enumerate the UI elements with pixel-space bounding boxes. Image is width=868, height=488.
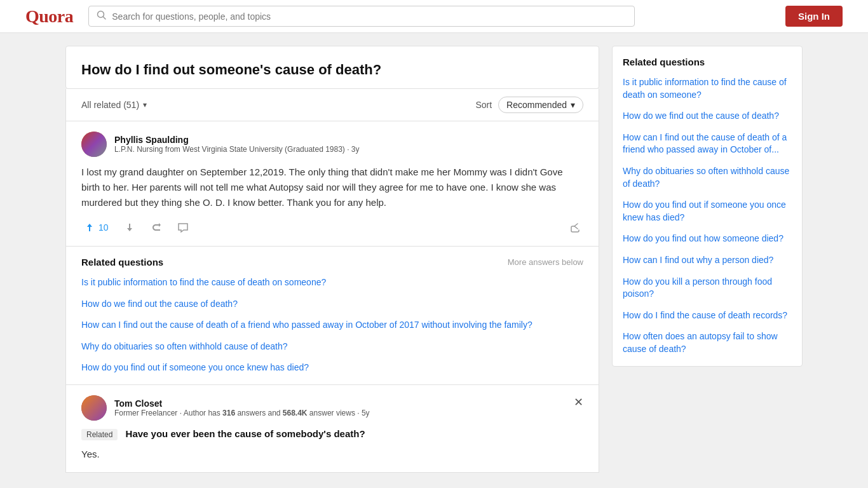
sidebar-link-3[interactable]: How can I find out the cause of death of…: [623, 132, 792, 156]
related-link-4[interactable]: Why do obituaries so often withhold caus…: [81, 341, 583, 353]
svg-line-1: [104, 17, 106, 20]
author-cred-mid-2: answers and: [235, 409, 283, 417]
sidebar-card: Related questions Is it public informati…: [612, 46, 803, 367]
answer-card-1: Phyllis Spaulding L.P.N. Nursing from We…: [65, 121, 599, 247]
author-cred-1: L.P.N. Nursing from West Virginia State …: [114, 145, 360, 154]
related-link-2[interactable]: How do we find out the cause of death?: [81, 298, 583, 311]
all-related-bar: All related (51) ▾ Sort Recommended ▾: [65, 89, 599, 121]
author-cred-suffix-2: answer views · 5y: [308, 409, 370, 417]
avatar-2: [81, 395, 107, 421]
sidebar-link-6[interactable]: How do you find out how someone died?: [623, 233, 792, 245]
answers-count-2: 316: [222, 409, 235, 417]
more-answers-label: More answers below: [508, 257, 583, 267]
question-card: How do I find out someone's cause of dea…: [65, 46, 599, 89]
page-layout: How do I find out someone's cause of dea…: [53, 33, 815, 485]
sort-dropdown[interactable]: Recommended ▾: [498, 97, 583, 113]
related-questions-inline: Related questions More answers below Is …: [65, 247, 599, 385]
sort-area: Sort Recommended ▾: [475, 97, 583, 113]
sort-value: Recommended: [506, 100, 567, 110]
author-name-2[interactable]: Tom Closet: [114, 398, 370, 409]
all-related-label: All related (51): [81, 100, 139, 110]
answer-author-1: Phyllis Spaulding L.P.N. Nursing from We…: [81, 132, 583, 157]
main-content: How do I find out someone's cause of dea…: [65, 46, 599, 473]
upvote-button-1[interactable]: 10: [81, 219, 111, 236]
sidebar-link-8[interactable]: How do you kill a person through food po…: [623, 276, 792, 301]
related-questions-inline-title: Related questions: [81, 257, 163, 268]
search-input[interactable]: [112, 11, 627, 22]
sort-chevron-icon: ▾: [571, 100, 575, 110]
related-link-1[interactable]: Is it public information to find the cau…: [81, 276, 583, 289]
chevron-down-icon: ▾: [143, 100, 147, 109]
answer-text-2: Yes.: [81, 447, 583, 462]
views-count-2: 568.4K: [283, 409, 308, 417]
sidebar-link-9[interactable]: How do I find the cause of death records…: [623, 309, 792, 322]
author-name-1[interactable]: Phyllis Spaulding: [114, 135, 360, 145]
all-related-toggle[interactable]: All related (51) ▾: [81, 100, 147, 110]
answer-author-2: Tom Closet Former Freelancer · Author ha…: [81, 395, 370, 421]
downvote-icon: [124, 222, 135, 233]
answer-actions-1: 10: [81, 219, 583, 236]
quora-logo: Quora: [25, 6, 73, 27]
related-question-text[interactable]: Have you ever been the cause of somebody…: [126, 428, 365, 439]
avatar-image-1: [81, 132, 107, 157]
author-cred-2: Former Freelancer · Author has 316 answe…: [114, 409, 370, 417]
search-bar-container: [88, 6, 635, 27]
share-button-1[interactable]: [567, 219, 583, 236]
sidebar-title: Related questions: [623, 57, 792, 67]
related-link-3[interactable]: How can I find out the cause of death of…: [81, 319, 583, 332]
author-cred-prefix-2: Former Freelancer · Author has: [114, 409, 222, 417]
answer-header-2: Tom Closet Former Freelancer · Author ha…: [81, 395, 583, 421]
sidebar-link-10[interactable]: How often does an autopsy fail to show c…: [623, 330, 792, 355]
sidebar: Related questions Is it public informati…: [612, 46, 803, 473]
related-question-row: Related Have you ever been the cause of …: [81, 428, 583, 440]
answer-text-1: I lost my grand daughter on September 12…: [81, 165, 583, 210]
avatar-image-2: [81, 395, 107, 421]
share-icon: [569, 222, 581, 233]
answer-card-2: Tom Closet Former Freelancer · Author ha…: [65, 385, 599, 473]
repost-icon: [151, 222, 162, 233]
upvote-icon: [84, 222, 95, 233]
comment-button-1[interactable]: [175, 219, 191, 236]
upvote-count-1: 10: [98, 222, 109, 233]
related-link-5[interactable]: How do you find out if someone you once …: [81, 362, 583, 374]
sidebar-link-7[interactable]: How can I find out why a person died?: [623, 254, 792, 267]
author-info-1: Phyllis Spaulding L.P.N. Nursing from We…: [114, 135, 360, 154]
sidebar-link-5[interactable]: How do you find out if someone you once …: [623, 199, 792, 224]
sidebar-link-2[interactable]: How do we find out the cause of death?: [623, 110, 792, 123]
related-questions-inline-header: Related questions More answers below: [81, 257, 583, 268]
repost-button-1[interactable]: [148, 219, 165, 236]
sign-in-button[interactable]: Sign In: [785, 6, 843, 27]
question-title: How do I find out someone's cause of dea…: [81, 62, 583, 78]
sidebar-link-4[interactable]: Why do obituaries so often withhold caus…: [623, 165, 792, 190]
avatar-1: [81, 132, 107, 157]
search-icon: [97, 10, 107, 22]
close-button-2[interactable]: ✕: [574, 395, 583, 409]
sort-label: Sort: [475, 100, 492, 110]
downvote-button-1[interactable]: [121, 219, 138, 236]
author-info-2: Tom Closet Former Freelancer · Author ha…: [114, 398, 370, 417]
header: Quora Sign In: [0, 0, 868, 33]
sidebar-link-1[interactable]: Is it public information to find the cau…: [623, 76, 792, 101]
related-badge: Related: [81, 429, 118, 440]
comment-icon: [177, 222, 189, 233]
